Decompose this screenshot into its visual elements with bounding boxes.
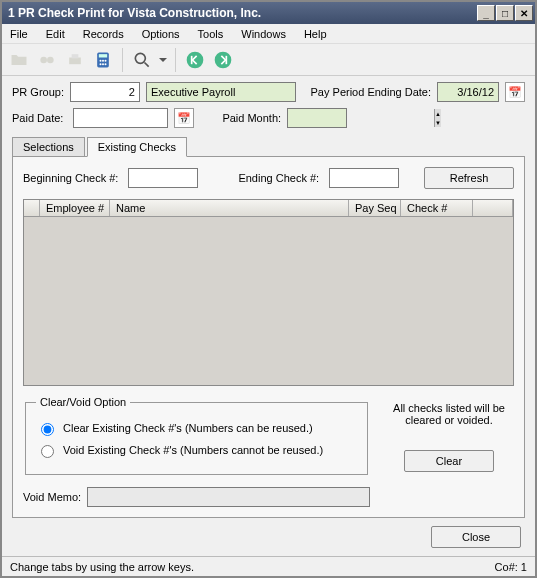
- binoculars-icon[interactable]: [34, 47, 60, 73]
- window: 1 PR Check Print for Vista Construction,…: [0, 0, 537, 578]
- grid-header-check[interactable]: Check #: [401, 200, 473, 216]
- tab-selections[interactable]: Selections: [12, 137, 85, 157]
- svg-line-13: [145, 62, 149, 66]
- prev-record-icon[interactable]: [182, 47, 208, 73]
- clear-void-legend: Clear/Void Option: [36, 396, 130, 408]
- spin-down-icon[interactable]: ▼: [434, 118, 441, 127]
- svg-point-1: [47, 56, 54, 63]
- pay-period-input[interactable]: [437, 82, 499, 102]
- svg-rect-2: [69, 57, 81, 64]
- void-existing-radio[interactable]: [41, 445, 54, 458]
- svg-point-14: [187, 51, 204, 68]
- search-icon[interactable]: [129, 47, 155, 73]
- status-left: Change tabs by using the arrow keys.: [10, 561, 495, 573]
- toolbar-divider-2: [175, 48, 176, 72]
- maximize-button[interactable]: □: [496, 5, 514, 21]
- refresh-button[interactable]: Refresh: [424, 167, 514, 189]
- pr-group-label: PR Group:: [12, 86, 64, 98]
- clear-existing-label: Clear Existing Check #'s (Numbers can be…: [63, 422, 313, 434]
- side-note: All checks listed will be cleared or voi…: [384, 402, 514, 426]
- titlebar: 1 PR Check Print for Vista Construction,…: [2, 2, 535, 24]
- header-form: PR Group: Pay Period Ending Date: Paid D…: [2, 76, 535, 134]
- paid-month-spinner[interactable]: ▲ ▼: [287, 108, 347, 128]
- toolbar-divider: [122, 48, 123, 72]
- svg-point-9: [100, 63, 102, 65]
- void-existing-label: Void Existing Check #'s (Numbers cannot …: [63, 444, 323, 456]
- pr-group-input[interactable]: [70, 82, 140, 102]
- window-title: 1 PR Check Print for Vista Construction,…: [8, 6, 476, 20]
- printer-icon[interactable]: [62, 47, 88, 73]
- tab-strip: Selections Existing Checks: [12, 137, 525, 157]
- clear-button[interactable]: Clear: [404, 450, 494, 472]
- grid-header-extra[interactable]: [473, 200, 513, 216]
- status-bar: Change tabs by using the arrow keys. Co#…: [2, 556, 535, 576]
- close-button[interactable]: Close: [431, 526, 521, 548]
- status-right: Co#: 1: [495, 561, 527, 573]
- svg-point-12: [135, 53, 145, 63]
- grid-header-row: Employee # Name Pay Seq Check #: [24, 200, 513, 217]
- menu-options[interactable]: Options: [142, 28, 180, 40]
- beginning-check-label: Beginning Check #:: [23, 172, 118, 184]
- menu-windows[interactable]: Windows: [241, 28, 286, 40]
- tab-existing-checks[interactable]: Existing Checks: [87, 137, 187, 157]
- grid-header-selector[interactable]: [24, 200, 40, 216]
- void-memo-label: Void Memo:: [23, 491, 81, 503]
- svg-point-0: [40, 56, 47, 63]
- dialog-buttons: Close: [2, 518, 535, 556]
- ending-check-label: Ending Check #:: [238, 172, 319, 184]
- svg-rect-5: [99, 54, 107, 57]
- clear-existing-radio[interactable]: [41, 423, 54, 436]
- svg-point-6: [100, 59, 102, 61]
- void-memo-input: [87, 487, 370, 507]
- menu-tools[interactable]: Tools: [198, 28, 224, 40]
- paid-date-label: Paid Date:: [12, 112, 63, 124]
- svg-point-16: [215, 51, 232, 68]
- toolbar: [2, 44, 535, 76]
- menu-bar: File Edit Records Options Tools Windows …: [2, 24, 535, 44]
- close-window-button[interactable]: ✕: [515, 5, 533, 21]
- ending-check-input[interactable]: [329, 168, 399, 188]
- calculator-icon[interactable]: [90, 47, 116, 73]
- beginning-check-input[interactable]: [128, 168, 198, 188]
- menu-records[interactable]: Records: [83, 28, 124, 40]
- minimize-button[interactable]: _: [477, 5, 495, 21]
- menu-file[interactable]: File: [10, 28, 28, 40]
- paid-month-input[interactable]: [288, 109, 434, 127]
- pr-group-desc: [146, 82, 296, 102]
- paid-date-calendar-icon[interactable]: [174, 108, 194, 128]
- next-record-icon[interactable]: [210, 47, 236, 73]
- menu-help[interactable]: Help: [304, 28, 327, 40]
- svg-point-7: [102, 59, 104, 61]
- pay-period-calendar-icon[interactable]: [505, 82, 525, 102]
- tab-panel-existing-checks: Beginning Check #: Ending Check #: Refre…: [12, 156, 525, 518]
- clear-void-fieldset: Clear/Void Option Clear Existing Check #…: [25, 396, 368, 475]
- paid-date-input[interactable]: [73, 108, 168, 128]
- grid-header-payseq[interactable]: Pay Seq: [349, 200, 401, 216]
- svg-point-11: [105, 63, 107, 65]
- menu-edit[interactable]: Edit: [46, 28, 65, 40]
- pay-period-label: Pay Period Ending Date:: [311, 86, 431, 98]
- svg-point-10: [102, 63, 104, 65]
- search-dropdown-icon[interactable]: [157, 47, 169, 73]
- grid-header-name[interactable]: Name: [110, 200, 349, 216]
- grid-header-employee[interactable]: Employee #: [40, 200, 110, 216]
- svg-point-8: [105, 59, 107, 61]
- paid-month-label: Paid Month:: [222, 112, 281, 124]
- svg-rect-3: [72, 54, 79, 58]
- checks-grid[interactable]: Employee # Name Pay Seq Check #: [23, 199, 514, 386]
- open-folder-icon[interactable]: [6, 47, 32, 73]
- spin-up-icon[interactable]: ▲: [434, 109, 441, 118]
